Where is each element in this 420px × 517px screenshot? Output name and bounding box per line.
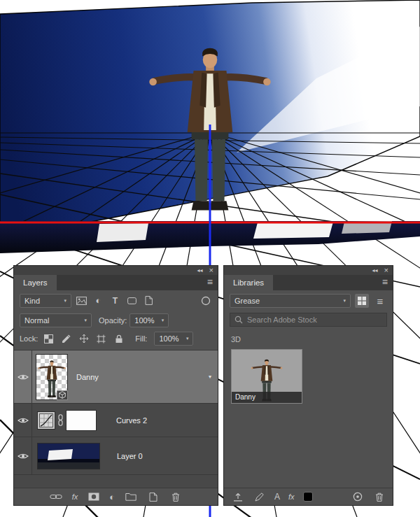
opacity-label: Opacity:: [99, 316, 127, 325]
lock-row: Lock: Fill: 100% ▾: [14, 330, 218, 348]
mask-link-icon[interactable]: [57, 414, 64, 426]
lock-label: Lock:: [20, 334, 38, 343]
collapse-panel-icon[interactable]: ◂◂: [197, 268, 203, 274]
collapse-panel-icon[interactable]: ◂◂: [372, 268, 378, 274]
filter-type-layers-icon[interactable]: T: [108, 294, 122, 307]
section-label-3d: 3D: [231, 335, 393, 344]
library-search-box[interactable]: [230, 313, 387, 327]
chevron-down-icon: ▾: [343, 298, 346, 304]
libraries-panel-header: ◂◂ ×: [224, 266, 393, 275]
layers-panel-header: ◂◂ ×: [14, 266, 218, 275]
layers-footer: fx ◐: [14, 488, 218, 505]
opacity-dropdown[interactable]: 100% ▾: [130, 313, 169, 327]
add-content-upload-icon[interactable]: [231, 490, 244, 504]
add-layer-style-icon[interactable]: fx: [72, 493, 78, 501]
visibility-toggle[interactable]: [14, 350, 32, 403]
new-layer-icon[interactable]: [146, 490, 160, 504]
curves-adjustment-icon[interactable]: [37, 411, 55, 430]
layers-panel: ◂◂ × Layers ≡ Kind ▾ ◐ T: [14, 266, 218, 505]
blend-row: Normal ▾ Opacity: 100% ▾: [14, 311, 218, 330]
layer-name: Danny: [76, 373, 99, 381]
library-empty-area: [224, 404, 393, 488]
filter-kind-label: Kind: [24, 297, 40, 305]
filter-shape-layers-icon[interactable]: [125, 294, 139, 307]
panel-menu-icon[interactable]: ≡: [207, 276, 213, 288]
close-panel-icon[interactable]: ×: [384, 267, 388, 274]
lock-position-move-icon[interactable]: [77, 332, 90, 346]
add-layer-mask-icon[interactable]: [87, 490, 100, 504]
library-search-row: [224, 311, 393, 328]
chevron-down-icon: ▾: [64, 298, 66, 304]
layer-row-curves[interactable]: Curves 2: [14, 404, 218, 437]
filter-kind-dropdown[interactable]: Kind ▾: [20, 294, 71, 308]
fill-dropdown[interactable]: 100% ▾: [154, 332, 193, 346]
opacity-value: 100%: [134, 316, 154, 325]
layer-name: Curves 2: [116, 416, 147, 425]
list-view-icon[interactable]: ≡: [373, 294, 387, 308]
layer-mask-thumbnail[interactable]: [66, 410, 97, 431]
layer-list-empty-area[interactable]: [14, 475, 218, 488]
lock-all-padlock-icon[interactable]: [112, 332, 125, 346]
layer-list: Danny ▾ Curves 2: [14, 350, 218, 488]
visibility-toggle[interactable]: [14, 437, 32, 474]
library-search-input[interactable]: [247, 316, 382, 324]
panel-menu-icon[interactable]: ≡: [382, 276, 388, 288]
3d-layer-badge-icon: [57, 390, 68, 400]
layer-row-layer0[interactable]: Layer 0: [14, 437, 218, 475]
blend-mode-dropdown[interactable]: Normal ▾: [20, 313, 92, 327]
library-select-dropdown[interactable]: Grease ▾: [230, 294, 351, 308]
link-layers-icon[interactable]: [50, 490, 63, 504]
layer-thumbnail-danny[interactable]: [36, 354, 68, 400]
filter-pixel-layers-icon[interactable]: [75, 294, 88, 307]
tab-libraries[interactable]: Libraries: [224, 275, 273, 290]
library-select-row: Grease ▾ ≡: [224, 290, 393, 311]
fill-value: 100%: [159, 334, 178, 343]
delete-layer-trash-icon[interactable]: [169, 490, 182, 504]
lock-pixels-brush-icon[interactable]: [59, 332, 73, 346]
chevron-down-icon: ▾: [84, 318, 87, 323]
asset-name-label: Danny: [232, 392, 302, 403]
chevron-down-icon: ▾: [186, 336, 189, 341]
add-color-swatch[interactable]: [303, 492, 313, 502]
libraries-footer: A fx: [224, 488, 393, 505]
library-asset-danny[interactable]: Danny: [231, 349, 302, 404]
layer-filter-row: Kind ▾ ◐ T: [14, 290, 218, 311]
library-name-value: Grease: [234, 297, 260, 305]
search-icon: [234, 316, 243, 324]
blend-mode-value: Normal: [24, 316, 49, 325]
chevron-down-icon: ▾: [162, 318, 164, 323]
add-graphic-pen-icon[interactable]: [253, 490, 266, 504]
filter-smart-objects-icon[interactable]: [142, 294, 155, 307]
add-adjustment-layer-icon[interactable]: ◐: [109, 493, 115, 502]
lock-artboard-icon[interactable]: [94, 332, 108, 346]
layer-row-danny[interactable]: Danny ▾: [14, 350, 218, 404]
eye-icon: [18, 453, 29, 460]
grid-view-icon[interactable]: [355, 294, 369, 308]
filter-adjustment-layers-icon[interactable]: ◐: [92, 294, 105, 307]
new-group-folder-icon[interactable]: [124, 490, 137, 504]
layer-thumbnail-layer0[interactable]: [37, 443, 100, 469]
eye-icon: [18, 374, 29, 381]
delete-asset-trash-icon[interactable]: [372, 490, 386, 504]
add-layer-style-icon[interactable]: fx: [288, 493, 295, 501]
layers-tabbar: Layers ≡: [14, 275, 218, 290]
sync-status-icon[interactable]: [351, 490, 364, 504]
visibility-toggle[interactable]: [14, 404, 32, 437]
libraries-panel: ◂◂ × Libraries ≡ Grease ▾ ≡ 3D: [224, 266, 393, 505]
add-character-style-icon[interactable]: A: [274, 492, 280, 502]
close-panel-icon[interactable]: ×: [209, 267, 214, 274]
tab-layers[interactable]: Layers: [14, 275, 57, 290]
fill-label: Fill:: [135, 334, 147, 343]
layer-name: Layer 0: [117, 452, 143, 460]
libraries-tabbar: Libraries ≡: [224, 275, 393, 290]
lock-transparency-icon[interactable]: [42, 332, 55, 346]
eye-icon: [18, 417, 29, 424]
3d-expand-chevron-icon[interactable]: ▾: [209, 374, 211, 380]
filter-toggle-icon[interactable]: [199, 294, 212, 307]
